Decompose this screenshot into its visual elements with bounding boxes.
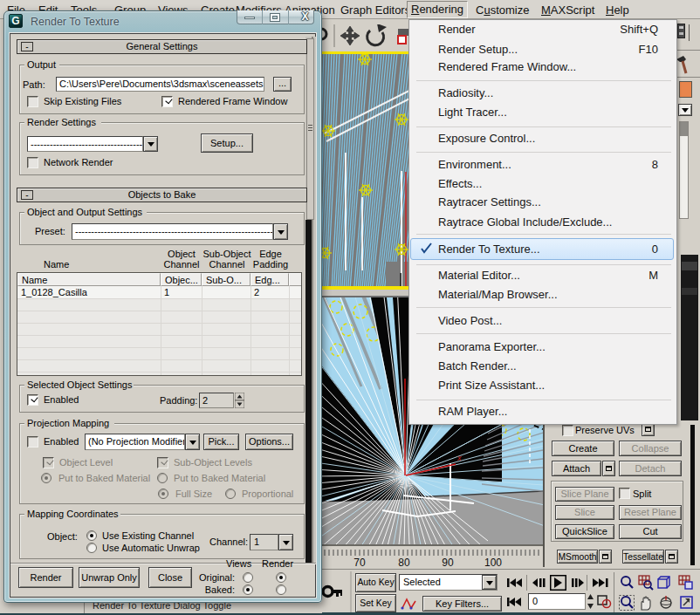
svg-text:x: x (456, 454, 462, 462)
svg-text:70: 70 (353, 557, 366, 569)
svg-text:90: 90 (442, 557, 454, 569)
svg-text:80: 80 (398, 557, 410, 569)
svg-text:100: 100 (484, 557, 502, 569)
